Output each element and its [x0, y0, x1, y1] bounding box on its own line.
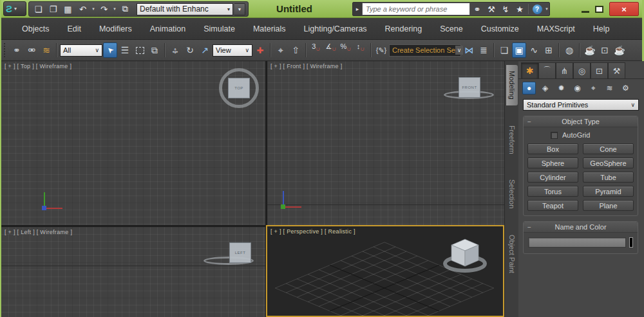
subtab-geometry[interactable]: ● — [522, 82, 536, 95]
undo-history-caret[interactable]: ▾ — [91, 6, 96, 12]
category-dropdown[interactable]: Standard Primitives ∨ — [523, 99, 639, 111]
edit-named-selection-sets-button[interactable]: {✎} — [374, 42, 388, 58]
subscription-wrench-icon[interactable]: ⚒ — [484, 3, 498, 15]
spinner-snap-button[interactable]: ↕∩ — [354, 42, 368, 58]
name-and-color-rollout-header[interactable]: − Name and Color — [524, 222, 638, 233]
primitive-button[interactable]: GeoSphere — [583, 158, 634, 168]
subtab-helpers[interactable]: ⌖ — [587, 82, 600, 95]
tab-modify[interactable]: ⌒ — [538, 62, 556, 78]
layer-manager-button[interactable]: ❏ — [497, 42, 511, 58]
viewport-left-label[interactable]: [ + ] [ Left ] [ Wireframe ] — [5, 229, 72, 235]
menu-item[interactable]: Modifiers — [90, 19, 141, 39]
rectangular-selection-region-button[interactable] — [133, 42, 147, 58]
primitive-button[interactable]: Teapot — [527, 200, 578, 211]
object-type-rollout-header[interactable]: − Object Type — [524, 116, 638, 127]
autogrid-checkbox[interactable] — [551, 132, 558, 139]
subtab-lights[interactable]: ✹ — [554, 82, 568, 95]
unlink-selection-button[interactable]: ⚮ — [24, 42, 39, 58]
menu-item[interactable]: Scene — [431, 19, 471, 39]
select-and-move-button[interactable]: ↔↕ — [168, 42, 182, 58]
ribbon-tab[interactable]: Freeform — [506, 120, 518, 160]
mirror-button[interactable]: ⋈ — [462, 42, 476, 58]
tab-utilities[interactable]: ⚒ — [608, 62, 625, 78]
ribbon-tab[interactable]: Object Paint — [506, 229, 518, 279]
undo-button[interactable]: ↶ — [76, 3, 90, 15]
project-workspace-button[interactable]: ⧉ — [118, 3, 132, 15]
select-and-link-button[interactable]: ⚭ — [10, 42, 24, 58]
named-selection-sets-dropdown[interactable]: Create Selection Se ∨ — [389, 44, 461, 57]
workspace-menu-button[interactable]: ▼ — [234, 3, 245, 15]
application-menu-button[interactable]: Ƨ ▾ — [3, 1, 26, 16]
use-pivot-center-button[interactable]: ⌖ — [274, 42, 288, 58]
viewcube-left-face[interactable]: LEFT — [229, 242, 251, 263]
select-by-name-button[interactable]: ☰ — [118, 42, 132, 58]
select-and-rotate-button[interactable]: ↻ — [183, 42, 197, 58]
tab-display[interactable]: ⊡ — [591, 62, 608, 78]
menu-item[interactable]: Lighting/Cameras — [295, 19, 376, 39]
menu-item[interactable]: Help — [584, 19, 619, 39]
maximize-button[interactable] — [595, 6, 603, 13]
menu-item[interactable]: Objects — [13, 19, 58, 39]
menu-item[interactable]: Simulate — [194, 19, 244, 39]
object-name-input[interactable] — [528, 237, 626, 248]
material-editor-button[interactable]: ◍ — [562, 42, 576, 58]
angle-snap-button[interactable]: ∡∩ — [324, 42, 338, 58]
align-button[interactable]: ≣ — [477, 42, 491, 58]
scene-explorer-button[interactable]: ▣ — [512, 42, 526, 58]
toolbar-grip[interactable] — [4, 43, 7, 57]
primitive-button[interactable]: Cylinder — [527, 172, 578, 183]
minimize-button[interactable] — [582, 11, 589, 13]
snap-toggle-3d-button[interactable]: 3∩ — [309, 42, 323, 58]
viewport-left[interactable]: [ + ] [ Left ] [ Wireframe ] LEFT — [1, 227, 265, 317]
viewcube-top-face[interactable]: TOP — [228, 78, 250, 98]
tab-motion[interactable]: ◎ — [573, 62, 591, 78]
viewport-front[interactable]: [ + ] [ Front ] [ Wireframe ] FRONT — [267, 61, 504, 225]
autogrid-row[interactable]: AutoGrid — [551, 131, 634, 139]
menu-item[interactable]: Customize — [472, 19, 528, 39]
primitive-button[interactable]: Box — [527, 143, 578, 154]
tab-hierarchy[interactable]: ⋔ — [556, 62, 573, 78]
select-and-scale-button[interactable]: ↗ — [198, 42, 212, 58]
redo-button[interactable]: ↷ — [97, 3, 111, 15]
menu-item[interactable]: Materials — [244, 19, 295, 39]
ribbon-tab[interactable]: Modeling — [506, 65, 518, 105]
viewcube-3d[interactable] — [441, 234, 489, 274]
primitive-button[interactable]: Sphere — [527, 158, 578, 168]
rendered-frame-window-button[interactable]: ⊡ — [598, 42, 612, 58]
favorites-star-icon[interactable]: ★ — [513, 3, 527, 15]
menu-item[interactable]: Edit — [58, 19, 90, 39]
primitive-button[interactable]: Tube — [583, 172, 634, 183]
subtab-systems[interactable]: ⚙ — [619, 82, 632, 95]
menu-item[interactable]: MAXScript — [528, 19, 584, 39]
selection-filter-dropdown[interactable]: All ∨ — [60, 44, 102, 57]
percent-snap-button[interactable]: %∩ — [339, 42, 353, 58]
redo-history-caret[interactable]: ▾ — [112, 6, 117, 12]
help-caret-icon[interactable]: ▾ — [544, 6, 549, 12]
subtab-cameras[interactable]: ◉ — [571, 82, 584, 95]
viewport-perspective-label[interactable]: [ + ] [ Perspective ] [ Realistic ] — [270, 228, 355, 235]
search-icon[interactable]: ⚭ — [470, 3, 484, 15]
bind-to-space-warp-button[interactable]: ≋ — [39, 42, 53, 58]
ribbon-tab[interactable]: Selection — [506, 174, 518, 214]
select-and-manipulate-button[interactable]: ✚ — [253, 42, 267, 58]
render-production-button[interactable]: ☕ — [612, 42, 627, 58]
primitive-button[interactable]: Torus — [527, 186, 578, 197]
viewport-front-label[interactable]: [ + ] [ Front ] [ Wireframe ] — [270, 63, 342, 69]
subtab-space-warps[interactable]: ≋ — [603, 82, 616, 95]
menu-item[interactable]: Animation — [141, 19, 195, 39]
new-scene-button[interactable]: ❏ — [32, 3, 45, 15]
render-setup-button[interactable]: ☕ — [583, 42, 597, 58]
viewport-top-label[interactable]: [ + ] [ Top ] [ Wireframe ] — [5, 63, 71, 69]
primitive-button[interactable]: Pyramid — [583, 186, 634, 197]
communication-center-icon[interactable]: ↯ — [498, 3, 513, 15]
viewport-perspective[interactable]: [ + ] [ Perspective ] [ Realistic ] — [266, 225, 504, 317]
search-history-button[interactable]: ▸ — [353, 3, 362, 15]
help-button[interactable]: ? — [530, 3, 544, 15]
curve-editor-button[interactable]: ∿ — [527, 42, 541, 58]
subtab-shapes[interactable]: ◈ — [538, 82, 552, 95]
tab-create[interactable]: ✱ — [521, 62, 538, 78]
object-color-swatch[interactable] — [629, 237, 633, 248]
save-file-button[interactable]: ▦ — [61, 3, 75, 15]
select-object-button[interactable]: ➤ — [103, 42, 117, 58]
primitive-button[interactable]: Plane — [583, 200, 634, 211]
